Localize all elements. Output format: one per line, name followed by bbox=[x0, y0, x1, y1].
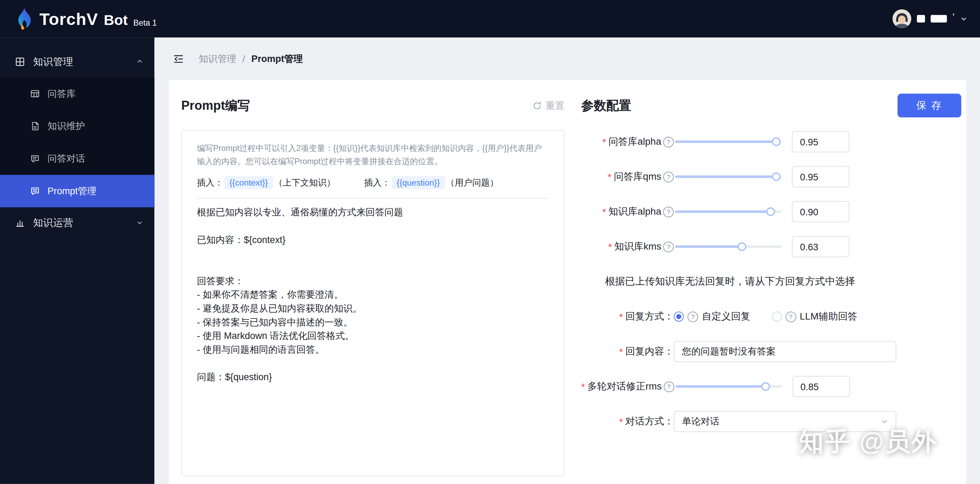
help-icon[interactable]: ? bbox=[687, 311, 698, 322]
help-icon[interactable]: ? bbox=[663, 206, 674, 217]
field-label: * 问答库alpha ? bbox=[581, 135, 674, 148]
header-masked-block bbox=[931, 15, 947, 22]
insert-label: 插入： bbox=[364, 177, 391, 188]
prompt-textarea[interactable]: 根据已知内容以专业、通俗易懂的方式来回答问题 已知内容：${context} 回… bbox=[197, 205, 549, 384]
sidebar-group-knowledge-management[interactable]: 知识管理 bbox=[0, 46, 154, 77]
slider-knob[interactable] bbox=[772, 138, 780, 146]
reset-button[interactable]: 重置 bbox=[533, 100, 565, 111]
slider-fill bbox=[675, 141, 776, 143]
context-variable-tag[interactable]: {{context}} bbox=[224, 176, 273, 189]
sidebar-item-knowledge-maintenance[interactable]: 知识维护 bbox=[0, 110, 154, 142]
flame-logo-icon bbox=[15, 7, 33, 31]
dialog-mode-select[interactable]: 单论对话 bbox=[674, 411, 896, 432]
prompt-icon bbox=[30, 186, 40, 196]
brand-suffix: Bot bbox=[103, 13, 127, 31]
help-icon[interactable]: ? bbox=[785, 311, 796, 322]
header-right: ' bbox=[892, 10, 967, 28]
context-variable-desc: （上下文知识） bbox=[274, 177, 336, 188]
sidebar-item-label: Prompt管理 bbox=[48, 185, 96, 197]
reply-mode-radio-group: ? 自定义回复 ? LLM辅助回答 bbox=[674, 310, 878, 323]
field-label: * 问答库qms ? bbox=[581, 170, 674, 183]
app-root: TorchV Bot Beta 1 bbox=[0, 0, 980, 484]
params-form: * 问答库alpha ? bbox=[581, 131, 961, 432]
brand-logo: TorchV Bot Beta 1 bbox=[15, 7, 157, 31]
fallback-notice: 根据已上传知识库无法回复时，请从下方回复方式中选择 bbox=[581, 271, 961, 292]
user-avatar[interactable] bbox=[892, 10, 912, 28]
sidebar-group-knowledge-operations[interactable]: 知识运营 bbox=[0, 207, 154, 238]
dialog-mode-value: 单论对话 bbox=[682, 416, 719, 427]
multi-turn-value-input[interactable] bbox=[792, 376, 850, 397]
qa-qms-value-input[interactable] bbox=[792, 166, 850, 187]
content-card: Prompt编写 重置 编写Prompt过程中可以引入2项变量：{{知识}}代表… bbox=[169, 80, 966, 484]
field-label: * 对话方式： bbox=[581, 415, 674, 428]
radio-unselected[interactable] bbox=[772, 312, 782, 322]
params-panel-title: 参数配置 bbox=[581, 97, 631, 114]
slider-row-qa-alpha: * 问答库alpha ? bbox=[581, 131, 961, 152]
menu-fold-icon[interactable] bbox=[173, 53, 184, 64]
prompt-panel-title: Prompt编写 bbox=[181, 97, 250, 114]
breadcrumb-level2: Prompt管理 bbox=[251, 52, 303, 64]
radio-option-custom-reply[interactable]: ? 自定义回复 bbox=[674, 310, 750, 323]
field-label: * 回复内容： bbox=[581, 345, 674, 358]
variable-insert-row: 插入： {{context}} （上下文知识） 插入： {{question}}… bbox=[197, 176, 549, 189]
slider-row-qa-qms: * 问答库qms ? bbox=[581, 166, 961, 187]
knowledge-management-icon bbox=[15, 57, 25, 67]
sidebar-item-qa-dialogue[interactable]: 问答对话 bbox=[0, 142, 154, 175]
breadcrumb-level1[interactable]: 知识管理 bbox=[199, 52, 236, 64]
kb-kms-slider[interactable] bbox=[675, 242, 781, 251]
chat-icon bbox=[30, 154, 40, 164]
breadcrumb-divider: / bbox=[243, 53, 245, 64]
slider-row-kb-alpha: * 知识库alpha ? bbox=[581, 201, 961, 222]
reply-mode-row: * 回复方式： ? 自定义回复 bbox=[581, 306, 961, 327]
question-variable-tag[interactable]: {{question}} bbox=[391, 176, 445, 189]
slider-row-kb-kms: * 知识库kms ? bbox=[581, 236, 961, 257]
help-icon[interactable]: ? bbox=[663, 241, 674, 252]
reply-content-input[interactable] bbox=[674, 341, 896, 362]
multi-turn-slider[interactable] bbox=[675, 382, 782, 391]
header-mark: ' bbox=[953, 11, 955, 25]
qa-alpha-value-input[interactable] bbox=[792, 131, 850, 152]
beta-tag: Beta 1 bbox=[134, 19, 157, 30]
slider-knob[interactable] bbox=[772, 172, 780, 181]
save-button[interactable]: 保 存 bbox=[897, 94, 961, 118]
divider bbox=[197, 198, 549, 199]
slider-knob[interactable] bbox=[737, 242, 746, 251]
sidebar-item-prompt-management[interactable]: Prompt管理 bbox=[0, 175, 154, 207]
qa-alpha-slider[interactable] bbox=[675, 138, 781, 146]
help-icon[interactable]: ? bbox=[663, 171, 674, 182]
account-chevron-down-icon[interactable] bbox=[960, 15, 967, 22]
help-icon[interactable]: ? bbox=[663, 381, 675, 392]
reply-content-row: * 回复内容： bbox=[581, 341, 961, 362]
refresh-icon bbox=[533, 101, 542, 110]
field-label: * 回复方式： bbox=[581, 310, 674, 323]
required-mark: * bbox=[602, 206, 606, 217]
kb-alpha-value-input[interactable] bbox=[792, 201, 850, 222]
kb-alpha-slider[interactable] bbox=[675, 207, 781, 216]
main-content: 知识管理 / Prompt管理 Prompt编写 bbox=[154, 37, 980, 484]
radio-option-llm-assist[interactable]: ? LLM辅助回答 bbox=[772, 310, 858, 323]
required-mark: * bbox=[619, 346, 623, 357]
chevron-up-icon bbox=[136, 56, 143, 67]
kb-kms-value-input[interactable] bbox=[792, 236, 850, 257]
header-masked-block bbox=[917, 15, 925, 22]
required-mark: * bbox=[581, 381, 585, 392]
required-mark: * bbox=[608, 241, 612, 252]
reset-label: 重置 bbox=[546, 100, 565, 111]
slider-knob[interactable] bbox=[761, 382, 770, 391]
sidebar-group-label: 知识运营 bbox=[33, 216, 73, 230]
question-variable-desc: （用户问题） bbox=[446, 177, 499, 188]
slider-knob[interactable] bbox=[766, 207, 775, 216]
required-mark: * bbox=[619, 311, 623, 322]
app-header: TorchV Bot Beta 1 bbox=[0, 0, 980, 37]
document-icon bbox=[30, 121, 40, 131]
sidebar-group-label: 知识管理 bbox=[33, 56, 73, 68]
sidebar-item-qa-library[interactable]: 问答库 bbox=[0, 78, 154, 110]
field-label: * 多轮对话修正rms ? bbox=[581, 380, 674, 393]
qa-qms-slider[interactable] bbox=[675, 172, 781, 181]
sidebar-item-label: 问答库 bbox=[48, 87, 76, 99]
required-mark: * bbox=[619, 416, 623, 427]
radio-selected[interactable] bbox=[674, 312, 684, 322]
help-icon[interactable]: ? bbox=[663, 136, 674, 147]
slider-fill bbox=[675, 176, 776, 178]
select-chevron-down-icon bbox=[881, 418, 888, 425]
